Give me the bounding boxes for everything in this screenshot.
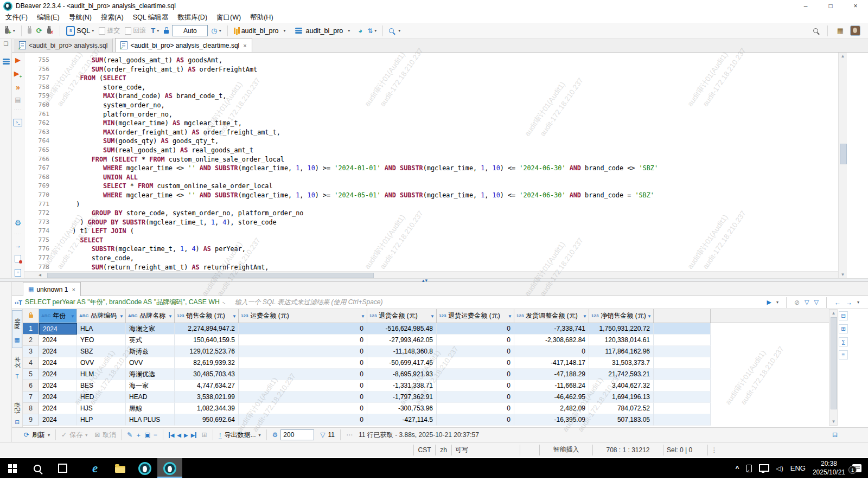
table-cell[interactable]: 117,864,162.96 [589, 346, 654, 357]
table-cell[interactable]: 英式 [126, 335, 175, 346]
prev-row-icon[interactable]: ◀ [177, 432, 181, 438]
grid-panel-icon[interactable]: ⊞ [839, 324, 848, 333]
table-cell[interactable]: 0 [437, 380, 514, 391]
table-cell[interactable]: 120,338,014.61 [589, 335, 654, 346]
table-cell[interactable]: 31,503,373.7 [589, 357, 654, 369]
table-cell[interactable]: 0 [514, 346, 589, 357]
table-cell[interactable]: 3,404,627.32 [589, 380, 654, 391]
tray-expand-icon[interactable]: ^ [736, 465, 739, 472]
commit-button[interactable]: 提交 [97, 25, 122, 36]
chevron-down-icon[interactable]: ▾ [259, 433, 261, 438]
explain-plan-icon[interactable]: ▤ [12, 96, 24, 104]
table-cell[interactable]: 30,485,703.43 [175, 369, 239, 380]
reconnect-button[interactable]: ⟳ [35, 25, 44, 36]
row-number[interactable]: 4 [23, 357, 39, 369]
column-header[interactable]: 123净销售金额 (元)▼ [589, 309, 654, 323]
volume-icon[interactable]: ◁) [776, 465, 783, 472]
column-header[interactable]: 123运费金额 (元)▼ [239, 309, 367, 323]
editor-horizontal-scrollbar[interactable]: ◂ [24, 271, 838, 278]
gear-icon[interactable]: ⚙ [12, 219, 24, 227]
minimize-icon[interactable]: – [793, 0, 818, 12]
first-row-icon[interactable]: ◀ [169, 432, 175, 438]
settings-gear-icon[interactable]: ⚙ [272, 431, 278, 439]
column-header[interactable]: 123退货金额 (元)▼ [367, 309, 437, 323]
table-cell[interactable]: 0 [239, 414, 367, 426]
execute-new-tab-icon[interactable]: ▶+ [12, 69, 24, 79]
edit-cell-icon[interactable]: ✎ [127, 431, 132, 439]
quick-search-icon[interactable] [813, 28, 818, 33]
table-cell[interactable]: -47,188.29 [514, 369, 589, 380]
connection-selector[interactable]: audit_bi_pro ▾ [232, 26, 288, 36]
table-cell[interactable]: HJS [77, 403, 126, 414]
clock[interactable]: 20:38 2025/10/21 [813, 460, 845, 477]
table-cell[interactable]: -7,338,741 [514, 323, 589, 335]
refresh-icon[interactable]: ⟳ [24, 431, 29, 439]
table-cell[interactable]: 0 [437, 414, 514, 426]
column-menu-icon[interactable]: ▼ [119, 313, 124, 318]
column-menu-icon[interactable]: ▼ [361, 313, 365, 318]
overflow-dots-icon[interactable]: ⋮ [707, 445, 720, 455]
table-cell[interactable]: HED [77, 391, 126, 403]
export-icon[interactable]: ↑ [219, 431, 222, 439]
table-row[interactable]: 42024OVVOVV82,619,939.320-50,699,417.450… [23, 357, 829, 369]
chevron-down-icon[interactable]: ▾ [283, 28, 285, 33]
table-cell[interactable]: HLA [77, 323, 126, 335]
row-number-header[interactable] [23, 309, 39, 323]
clear-filter-icon[interactable]: ⊘ [794, 299, 800, 306]
usb-device-icon[interactable] [746, 465, 752, 472]
invalidate-button[interactable]: ✗ [46, 25, 56, 36]
table-cell[interactable]: 2,482.09 [514, 403, 589, 414]
table-cell[interactable]: 0 [239, 335, 367, 346]
table-row[interactable]: 12024HLA海澜之家2,274,894,947.20-516,624,985… [23, 323, 829, 335]
table-cell[interactable]: 0 [437, 403, 514, 414]
table-cell[interactable]: 黑鲸 [126, 403, 175, 414]
commit-mode-button[interactable]: ⇅▾ [366, 26, 378, 36]
commit-mode-combo[interactable]: Auto [172, 25, 208, 36]
edit-filter-icon[interactable]: ▽ [805, 299, 809, 306]
autocommit-lock-button[interactable] [162, 27, 170, 35]
row-number[interactable]: 3 [23, 346, 39, 357]
table-cell[interactable]: -50,699,417.45 [367, 357, 437, 369]
editor-results-sash[interactable]: ▴▾ [0, 278, 868, 282]
column-menu-icon[interactable]: ▼ [647, 313, 652, 318]
filter-count-icon[interactable]: ▽ [320, 431, 325, 439]
grid-vertical-scrollbar[interactable]: ▲ ▼ [829, 309, 838, 426]
table-cell[interactable]: -8,695,921.93 [367, 369, 437, 380]
table-cell[interactable]: 150,640,159.5 [175, 335, 239, 346]
table-cell[interactable]: 0 [239, 369, 367, 380]
column-menu-icon[interactable]: ▼ [430, 313, 435, 318]
row-number[interactable]: 1 [23, 323, 39, 335]
network-icon[interactable] [759, 464, 769, 472]
table-cell[interactable]: -27,993,462.05 [367, 335, 437, 346]
table-cell[interactable]: 2024 [39, 346, 77, 357]
row-number[interactable]: 7 [23, 391, 39, 403]
table-cell[interactable]: 0 [239, 380, 367, 391]
start-button[interactable] [0, 458, 25, 478]
next-row-icon[interactable]: ▶ [184, 432, 188, 438]
filter-icon[interactable]: ▽ [814, 299, 819, 306]
editor-vertical-scrollbar[interactable]: ▲ ▼ [838, 53, 847, 278]
table-cell[interactable]: 0 [437, 346, 514, 357]
search-button[interactable]: ▾ [387, 27, 402, 34]
open-file-icon[interactable]: → [12, 242, 24, 249]
table-cell[interactable]: 2024 [39, 335, 77, 346]
caret-position[interactable]: 708 : 1 : 31212 [592, 445, 663, 455]
chevron-down-icon[interactable]: ▾ [92, 28, 94, 33]
value-panel-icon[interactable]: ⊟ [839, 311, 848, 320]
table-cell[interactable]: -11,668.24 [514, 380, 589, 391]
disconnect-button[interactable] [26, 27, 33, 35]
scrollbar-thumb[interactable] [831, 317, 837, 409]
row-number[interactable]: 5 [23, 369, 39, 380]
expand-filter-icon[interactable]: ↔ [219, 297, 230, 308]
table-cell[interactable]: 0 [239, 346, 367, 357]
new-connection-button[interactable]: + ▾ [3, 25, 17, 36]
last-row-icon[interactable]: ▶ [191, 432, 197, 438]
close-tab-icon[interactable]: × [243, 42, 246, 49]
table-cell[interactable]: 0 [239, 357, 367, 369]
database-navigator-icon[interactable] [0, 54, 12, 62]
internet-explorer-button[interactable]: e [82, 458, 107, 478]
table-cell[interactable]: 2024 [39, 414, 77, 426]
fetch-all-icon[interactable]: ⊞ [201, 431, 207, 439]
calc-panel-icon[interactable]: ∑ [839, 337, 848, 346]
table-cell[interactable]: 1,082,344.39 [175, 403, 239, 414]
